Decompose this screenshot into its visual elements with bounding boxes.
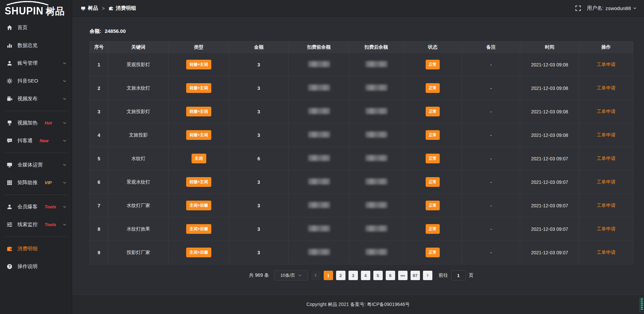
redacted-value <box>308 202 330 208</box>
cell-keyword: 景观投影灯 <box>108 53 169 76</box>
ticket-apply-link[interactable]: 工单申请 <box>597 179 615 185</box>
sidebar-nav: 首页数据总览账号管理抖音SEO视频发布视频加热Hot抖客通New全媒体运营矩阵助… <box>0 17 72 314</box>
monitor-icon <box>81 6 86 11</box>
username-value: zswodun88 <box>605 5 631 11</box>
sidebar-item-10[interactable]: 线索监控Tools <box>0 216 72 233</box>
ticket-apply-link[interactable]: 工单申请 <box>597 85 615 91</box>
sidebar-item-label: 全媒体运营 <box>17 162 43 168</box>
floating-widget[interactable] <box>639 297 644 312</box>
redacted-value <box>365 61 387 67</box>
cell-status: 正常 <box>404 170 462 194</box>
ticket-apply-link[interactable]: 工单申请 <box>597 156 615 161</box>
page-button-6[interactable]: 6 <box>386 271 395 280</box>
breadcrumb-item-consumption[interactable]: 消费明细 <box>109 5 136 11</box>
cell-post-balance <box>349 76 404 100</box>
cell-keyword: 文旅投影 <box>108 123 169 147</box>
chevron-down-icon <box>63 97 66 101</box>
prev-page-button[interactable] <box>311 271 321 280</box>
next-page-button[interactable] <box>423 271 432 280</box>
table-row: 8水纹灯效果主词+后缀3正常-2021-12-03 09:07工单申请 <box>90 217 633 241</box>
cell-post-balance <box>349 53 404 76</box>
page-button-2[interactable]: 2 <box>336 271 345 280</box>
footer: Copyright 树品 2021 备案号: 粤ICP备09019646号 <box>72 295 644 314</box>
sidebar: SHUPIN 树品 首页数据总览账号管理抖音SEO视频发布视频加热Hot抖客通N… <box>0 0 72 314</box>
cell-action: 工单申请 <box>579 147 633 170</box>
page-ellipsis-button[interactable]: ••• <box>398 271 408 280</box>
status-badge: 正常 <box>426 177 440 187</box>
cell-keyword: 投影灯厂家 <box>108 241 169 264</box>
ticket-apply-link[interactable]: 工单申请 <box>597 203 615 208</box>
cell-keyword: 景观水纹灯 <box>108 170 169 194</box>
ticket-apply-link[interactable]: 工单申请 <box>597 62 615 67</box>
cell-status: 正常 <box>404 53 462 76</box>
sidebar-item-2[interactable]: 账号管理 <box>0 54 72 72</box>
column-header: 时间 <box>520 42 579 53</box>
sidebar-item-9[interactable]: 会员爆客Tools <box>0 198 72 216</box>
cell-remark: - <box>462 194 520 217</box>
page-button-3[interactable]: 3 <box>348 271 358 280</box>
sidebar-item-8[interactable]: 矩阵助推VIP <box>0 174 72 192</box>
pagination: 共 969 条 10条/页 123456•••97 前往 页 <box>90 270 633 280</box>
sidebar-item-7[interactable]: 全媒体运营 <box>0 156 72 174</box>
cell-index: 2 <box>90 76 108 100</box>
page-button-5[interactable]: 5 <box>373 271 383 280</box>
sidebar-item-11[interactable]: 消费明细 <box>0 240 72 258</box>
goto-label: 前往 <box>439 272 448 278</box>
cell-index: 4 <box>90 123 108 147</box>
breadcrumb-item-shupin[interactable]: 树品 <box>81 5 98 11</box>
column-header: 操作 <box>579 42 633 53</box>
status-badge: 正常 <box>426 83 440 93</box>
chevron-left-icon <box>314 273 318 278</box>
cell-index: 6 <box>90 170 108 194</box>
table-row: 6景观水纹灯前缀+主词3正常-2021-12-03 09:07工单申请 <box>90 170 633 194</box>
redacted-value <box>308 249 330 255</box>
sidebar-divider <box>5 153 67 153</box>
table-row: 3文旅投影灯前缀+主词3正常-2021-12-03 09:08工单申请 <box>90 100 633 123</box>
sidebar-item-0[interactable]: 首页 <box>0 19 72 37</box>
balance: 余额: 24856.00 <box>90 28 633 35</box>
sidebar-item-4[interactable]: 视频发布 <box>0 90 72 108</box>
ticket-apply-link[interactable]: 工单申请 <box>597 109 615 114</box>
ticket-apply-link[interactable]: 工单申请 <box>597 226 615 231</box>
goto-page-input[interactable] <box>451 270 466 280</box>
fullscreen-icon[interactable] <box>575 5 581 11</box>
cell-keyword: 文旅水纹灯 <box>108 76 169 100</box>
cell-keyword: 文旅投影灯 <box>108 100 169 123</box>
redacted-value <box>308 225 330 231</box>
logo: SHUPIN 树品 <box>0 0 72 17</box>
sidebar-item-12[interactable]: ?操作说明 <box>0 258 72 275</box>
cell-remark: - <box>462 147 520 170</box>
cell-remark: - <box>462 123 520 147</box>
page-size-select[interactable]: 10条/页 <box>274 270 308 280</box>
sidebar-item-badge: Tools <box>45 204 56 209</box>
sidebar-item-3[interactable]: 抖音SEO <box>0 72 72 90</box>
sidebar-item-label: 视频加热 <box>17 120 38 126</box>
cell-time: 2021-12-03 09:08 <box>520 100 579 123</box>
page-button-4[interactable]: 4 <box>361 271 370 280</box>
chevron-down-icon <box>63 121 66 125</box>
ticket-apply-link[interactable]: 工单申请 <box>597 132 615 138</box>
cell-pre-balance <box>289 123 349 147</box>
page-button-1[interactable]: 1 <box>324 271 333 280</box>
sidebar-item-5[interactable]: 视频加热Hot <box>0 114 72 132</box>
cell-amount: 3 <box>229 100 289 123</box>
cell-remark: - <box>462 217 520 241</box>
cell-type: 前缀+主词 <box>169 100 229 123</box>
cell-post-balance <box>349 194 404 217</box>
sidebar-item-label: 首页 <box>17 24 28 31</box>
cell-action: 工单申请 <box>579 217 633 241</box>
cell-remark: - <box>462 241 520 264</box>
cell-amount: 3 <box>229 170 289 194</box>
ticket-apply-link[interactable]: 工单申请 <box>597 250 615 255</box>
type-badge: 前缀+主词 <box>186 130 211 140</box>
question-icon: ? <box>7 264 12 269</box>
redacted-value <box>308 155 330 161</box>
user-menu[interactable]: 用户名: zswodun88 <box>587 5 637 11</box>
redacted-value <box>308 178 330 185</box>
chevron-down-icon <box>63 61 66 65</box>
sidebar-item-6[interactable]: 抖客通New <box>0 132 72 150</box>
cell-post-balance <box>349 217 404 241</box>
page-button-97[interactable]: 97 <box>411 271 420 280</box>
cell-pre-balance <box>289 100 349 123</box>
sidebar-item-1[interactable]: 数据总览 <box>0 37 72 54</box>
